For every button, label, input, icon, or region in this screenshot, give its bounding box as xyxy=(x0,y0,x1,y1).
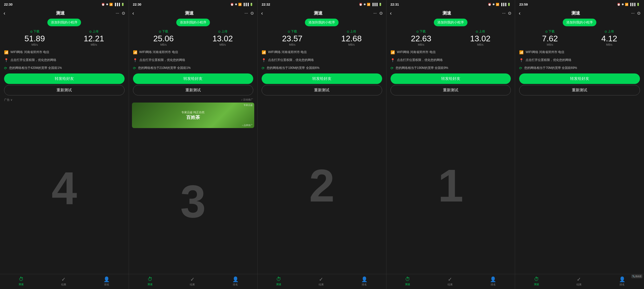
bottom-nav-item-结果[interactable]: ✓ 结果 xyxy=(61,276,66,286)
ad-banner-subtitle: 专家品鉴 纯正自然 xyxy=(181,110,205,114)
ad-chevron-icon: ∨ xyxy=(10,98,12,102)
back-button[interactable]: ‹ xyxy=(390,10,392,16)
target-icon[interactable]: ⊙ xyxy=(637,11,640,16)
bottom-nav-item-结果[interactable]: ✓ 结果 xyxy=(448,276,453,286)
more-button[interactable]: ··· xyxy=(116,11,119,16)
bottom-nav-label-2: 排名 xyxy=(491,283,496,286)
gauge-icon: ⟳ xyxy=(133,66,136,70)
bottom-nav: ⏱ 测速 ✓ 结果 👤 排名 xyxy=(129,274,258,289)
bottom-nav-item-结果[interactable]: ✓ 结果 xyxy=(576,276,582,286)
retest-button[interactable]: 重新测试 xyxy=(4,85,125,95)
status-icons: ⏰ ✱ 📶 ▐▐▐ 🔋 xyxy=(488,3,511,6)
share-button[interactable]: 转发给好友 xyxy=(262,73,382,84)
ad-text: 广告 xyxy=(4,98,10,102)
retest-button[interactable]: 重新测试 xyxy=(133,85,253,95)
ad-banner[interactable]: 专家品鉴 纯正自然 百姓茶 专家品鉴 ♪ 品牌推广 xyxy=(132,103,254,128)
location-text: 点击打开位置权限，优化您的网络 xyxy=(526,58,571,62)
signal-icon: ▐▐▐ xyxy=(371,3,377,6)
status-bar: 22:30 ⏰ ✱ 📶 ▐▐▐ 🔋 xyxy=(129,0,258,8)
download-arrow-icon: ⊙ xyxy=(159,30,161,33)
retest-button[interactable]: 重新测试 xyxy=(262,85,382,95)
bottom-nav-label-2: 排名 xyxy=(362,283,367,286)
bottom-nav-item-测速[interactable]: ⏱ 测速 xyxy=(147,276,153,286)
bottom-nav: ⏱ 测速 ✓ 结果 👤 排名 xyxy=(258,274,386,289)
wifi-icon: 📶 xyxy=(238,3,242,6)
back-button[interactable]: ‹ xyxy=(4,10,5,16)
retest-button[interactable]: 重新测试 xyxy=(519,85,640,95)
signal-icon: ▐▐▐ xyxy=(629,3,635,6)
location-icon: 📍 xyxy=(262,58,266,62)
ad-label[interactable]: 广告 ∨ xyxy=(0,97,129,102)
bottom-nav-icon-0: ⏱ xyxy=(19,276,24,282)
add-miniprogram-button[interactable]: 添加到我的小程序 xyxy=(434,19,467,26)
location-info-row[interactable]: 📍 点击打开位置权限，优化您的网络 xyxy=(258,56,386,64)
location-info-row[interactable]: 📍 点击打开位置权限，优化您的网络 xyxy=(0,56,129,64)
phone-panel-2: 22:30 ⏰ ✱ 📶 ▐▐▐ 🔋 ‹ 测速 ··· ⊙ 添加到我的小程序 ⊙ … xyxy=(129,0,258,289)
bottom-nav-item-排名[interactable]: 👤 排名 xyxy=(490,276,496,286)
location-info-row[interactable]: 📍 点击打开位置权限，优化您的网络 xyxy=(129,56,258,64)
gauge-icon: ⟳ xyxy=(262,66,265,70)
gauge-icon: ⟳ xyxy=(519,66,522,70)
target-icon[interactable]: ⊙ xyxy=(508,11,511,16)
bottom-nav-label-2: 排名 xyxy=(104,283,109,286)
alarm-icon: ⏰ xyxy=(488,3,491,6)
nav-title: 测速 xyxy=(314,10,323,16)
location-info-row[interactable]: 📍 点击打开位置权限，优化您的网络 xyxy=(386,56,515,64)
share-button[interactable]: 转发给好友 xyxy=(4,73,125,84)
back-button[interactable]: ‹ xyxy=(132,10,134,16)
download-arrow-icon: ⊙ xyxy=(288,30,290,33)
bottom-nav-item-测速[interactable]: ⏱ 测速 xyxy=(534,276,539,286)
phone-panel-3: 22:32 ⏰ ✱ 📶 ▐▐▐ 🔋 ‹ 测速 ··· ⊙ 添加到我的小程序 ⊙ … xyxy=(258,0,386,289)
back-button[interactable]: ‹ xyxy=(261,10,263,16)
upload-value: 13.02 xyxy=(212,34,233,43)
upload-unit: MB/s xyxy=(212,43,233,46)
upload-arrow-icon: ⊙ xyxy=(89,30,92,33)
bottom-nav-item-测速[interactable]: ⏱ 测速 xyxy=(19,276,24,286)
add-miniprogram-button[interactable]: 添加到我的小程序 xyxy=(176,19,210,26)
bottom-nav-item-排名[interactable]: 👤 排名 xyxy=(619,276,625,286)
nav-title: 测速 xyxy=(56,10,65,16)
retest-button[interactable]: 重新测试 xyxy=(391,85,511,95)
bluetooth-icon: ✱ xyxy=(106,3,108,6)
download-value: 23.57 xyxy=(282,34,302,43)
more-button[interactable]: ··· xyxy=(245,11,248,16)
upload-label: ⊙ 上传 xyxy=(84,29,104,34)
upload-unit: MB/s xyxy=(470,43,490,46)
bottom-nav-item-测速[interactable]: ⏱ 测速 xyxy=(405,276,410,286)
bluetooth-icon: ✱ xyxy=(364,3,366,6)
battery-icon: 🔋 xyxy=(636,3,640,6)
bottom-nav-item-测速[interactable]: ⏱ 测速 xyxy=(276,276,281,286)
target-icon[interactable]: ⊙ xyxy=(122,11,125,16)
bottom-nav-item-排名[interactable]: 👤 排名 xyxy=(232,276,239,286)
share-button[interactable]: 转发给好友 xyxy=(391,73,511,84)
location-icon: 📍 xyxy=(4,58,8,62)
more-button[interactable]: ··· xyxy=(502,11,505,16)
add-miniprogram-button[interactable]: 添加到我的小程序 xyxy=(563,19,596,26)
target-icon[interactable]: ⊙ xyxy=(379,11,383,16)
download-value: 51.89 xyxy=(24,34,45,43)
download-label: ⊙ 下载 xyxy=(282,29,302,34)
bottom-nav-item-排名[interactable]: 👤 排名 xyxy=(103,276,110,286)
location-icon: 📍 xyxy=(133,58,137,62)
download-arrow-icon: ⊙ xyxy=(416,30,419,33)
bottom-nav-item-结果[interactable]: ✓ 结果 xyxy=(190,276,195,286)
status-icons: ⏰ ✱ 📶 ▐▐▐ 🔋 xyxy=(230,3,253,6)
back-button[interactable]: ‹ xyxy=(519,10,520,16)
location-text: 点击打开位置权限，优化您的网络 xyxy=(139,58,185,62)
share-button[interactable]: 转发给好友 xyxy=(133,73,253,84)
speed-compare-text: 您的网络相当于210M的宽带 全国前1% xyxy=(138,66,191,70)
add-miniprogram-button[interactable]: 添加到我的小程序 xyxy=(47,19,81,26)
add-miniprogram-button[interactable]: 添加到我的小程序 xyxy=(305,19,339,26)
location-info-row[interactable]: 📍 点击打开位置权限，优化您的网络 xyxy=(515,56,644,64)
status-icons: ⏰ ✱ 📶 ▐▐▐ 🔋 xyxy=(101,3,124,6)
target-icon[interactable]: ⊙ xyxy=(250,11,254,16)
upload-value: 4.12 xyxy=(601,34,617,43)
upload-speed: ⊙ 上传 12.21 MB/s xyxy=(84,29,104,46)
download-speed: ⊙ 下载 7.62 MB/s xyxy=(542,29,558,46)
more-button[interactable]: ··· xyxy=(373,11,377,16)
share-button[interactable]: 转发给好友 xyxy=(519,73,640,84)
bottom-nav-icon-2: 👤 xyxy=(232,276,239,282)
more-button[interactable]: ··· xyxy=(631,11,635,16)
bottom-nav-item-结果[interactable]: ✓ 结果 xyxy=(319,276,324,286)
bottom-nav-item-排名[interactable]: 👤 排名 xyxy=(361,276,368,286)
